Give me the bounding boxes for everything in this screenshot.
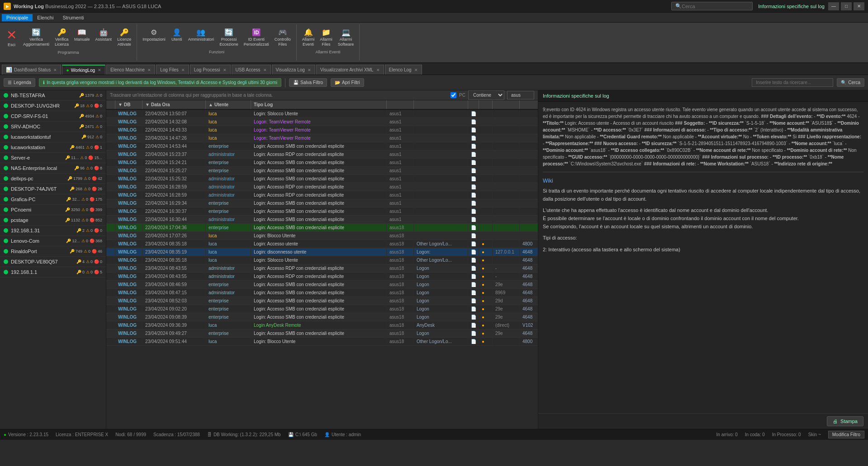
minimize-button[interactable]: — — [828, 2, 839, 10]
table-row[interactable]: WINLOG 22/04/2024 14:47:26 luca Logon: T… — [106, 134, 538, 142]
sidebar-item-6[interactable]: Server-e 🔑11... ⚠0 🔴15... — [0, 153, 106, 163]
table-row[interactable]: WINLOG 23/04/2024 09:49:27 enterprise Lo… — [106, 329, 538, 338]
tab-log-files-close[interactable]: ✕ — [181, 68, 185, 72]
ribbon-btn-admins[interactable]: 👥 Amministratori — [186, 26, 216, 43]
print-button[interactable]: 🖨 Stampa — [827, 416, 863, 426]
info-button[interactable]: ℹ In questa griglia vengono mostrati i l… — [39, 78, 281, 87]
sidebar-item-11[interactable]: PCnoemi 🔑3250 ⚠0 🔴399 — [0, 205, 106, 215]
table-row[interactable]: WINLOG 22/04/2024 17:04:36 enterprise Lo… — [106, 224, 538, 232]
table-row[interactable]: WINLOG 23/04/2024 08:35:19 luca Login: d… — [106, 248, 538, 256]
table-row[interactable]: WINLOG 23/04/2024 09:51:44 luca Login: B… — [106, 338, 538, 346]
sidebar-item-15[interactable]: RinaldoPort 🔑749 ⚠0 🔴46 — [0, 246, 106, 257]
ribbon-btn-event-ids[interactable]: 🆔 ID EventiPersonalizzati — [242, 26, 271, 48]
sidebar-item-8[interactable]: dellxps-pc 🔑1799 ⚠0 🔴42 — [0, 174, 106, 184]
tab-log-files[interactable]: Log Files ✕ — [156, 65, 189, 75]
maximize-button[interactable]: □ — [841, 2, 852, 10]
tab-log-processi[interactable]: Log Processi ✕ — [190, 65, 231, 75]
filter-search-button[interactable]: 🔍 Cerca — [837, 78, 864, 87]
tab-workinglog-close[interactable]: ✕ — [98, 68, 101, 72]
tab-usb-access-close[interactable]: ✕ — [263, 68, 267, 72]
table-row[interactable]: WINLOG 22/04/2024 16:29:34 enterprise Lo… — [106, 199, 538, 207]
tab-elenco-macchine[interactable]: Elenco Macchine ✕ — [106, 65, 155, 75]
table-row[interactable]: WINLOG 22/04/2024 15:23:37 administrator… — [106, 151, 538, 159]
filter-checkbox[interactable] — [451, 92, 456, 98]
table-row[interactable]: WINLOG 22/04/2024 15:24:21 enterprise Lo… — [106, 159, 538, 167]
sidebar-item-5[interactable]: lucaworkstation 🔑4461 ⚠0 🔴1 — [0, 142, 106, 153]
table-row[interactable]: WINLOG 23/04/2024 08:35:18 luca Login: S… — [106, 256, 538, 264]
table-row[interactable]: WINLOG 22/04/2024 14:32:08 luca Logon: T… — [106, 118, 538, 126]
table-row[interactable]: WINLOG 22/04/2024 14:43:33 luca Logon: T… — [106, 126, 538, 134]
ribbon-btn-control-files[interactable]: 🎮 ControlloFiles — [273, 26, 293, 48]
table-row[interactable]: WINLOG 23/04/2024 09:36:39 luca Login An… — [106, 321, 538, 329]
table-row[interactable]: WINLOG 23/04/2024 08:52:03 enterprise Lo… — [106, 297, 538, 305]
menu-strumenti[interactable]: Strumenti — [58, 14, 88, 21]
sidebar-item-17[interactable]: 192.168.1.1 🔑0 ⚠0 🔴5 — [0, 267, 106, 278]
sidebar-item-4[interactable]: lucaworkstationtuf 🔑912 ⚠0 — [0, 132, 106, 142]
table-row[interactable]: WINLOG 22/04/2024 16:28:59 administrator… — [106, 183, 538, 191]
ribbon-btn-settings[interactable]: ⚙ Impostazioni — [141, 26, 167, 43]
tab-visualizzatore-archivi-close[interactable]: ✕ — [376, 68, 380, 72]
sidebar-item-10[interactable]: Grafica-PC 🔑32... ⚠0 🔴175 — [0, 194, 106, 205]
tab-elenco-log-close[interactable]: ✕ — [414, 68, 418, 72]
menu-elenchi[interactable]: Elenchi — [33, 14, 58, 21]
table-row[interactable]: WINLOG 23/04/2024 08:46:59 enterprise Lo… — [106, 281, 538, 289]
header-icon[interactable] — [468, 100, 479, 109]
sidebar-item-0[interactable]: NB-TESTAFRA 🔑1379 ⚠0 — [0, 90, 106, 101]
tab-visualizzatore-archivi[interactable]: Visualizzatore Archivi XML ✕ — [316, 65, 384, 75]
right-panel-content[interactable]: 9;evento con ID 4624 in Windows registra… — [538, 102, 868, 413]
table-row[interactable]: WINLOG 23/04/2024 08:43:55 administrator… — [106, 273, 538, 281]
table-row[interactable]: WINLOG 23/04/2024 09:08:39 enterprise Lo… — [106, 313, 538, 321]
open-filter-button[interactable]: 📂 Apri Filtri — [331, 78, 364, 87]
ribbon-btn-alarms-events[interactable]: 🔔 AllarmiEventi — [300, 26, 317, 48]
tab-visualizza-log-close[interactable]: ✕ — [308, 68, 311, 72]
data-grid[interactable]: ▼ DB ▼ Data Ora ▲ Utente Tipo Log — [106, 100, 538, 429]
header-user[interactable]: ▲ Utente — [206, 100, 251, 109]
header-sub[interactable] — [493, 100, 520, 109]
ribbon-btn-processes[interactable]: 🔄 ProcessiEccezione — [218, 26, 240, 48]
sidebar-item-7[interactable]: NAS-Enterprise.local 🔑96 ⚠0 🔴8 — [0, 163, 106, 174]
sidebar-item-14[interactable]: Lenovo-Com 🔑12... ⚠0 🔴368 — [0, 236, 106, 246]
header-db[interactable]: ▼ DB — [115, 100, 142, 109]
header-expand[interactable] — [106, 100, 115, 109]
ribbon-btn-update[interactable]: 🔄 VerificaAggiornamenti — [21, 26, 51, 48]
tab-dashboard-close[interactable]: ✕ — [53, 68, 57, 72]
ribbon-btn-assistant[interactable]: 🤖 Assistant — [94, 26, 114, 43]
tab-log-processi-close[interactable]: ✕ — [223, 68, 227, 72]
table-row[interactable]: WINLOG 23/04/2024 08:47:15 administrator… — [106, 289, 538, 297]
filter-value-input[interactable] — [507, 91, 534, 99]
window-controls[interactable]: — □ ✕ — [828, 2, 864, 10]
sidebar-item-13[interactable]: 192.168.1.31 🔑2 ⚠0 🔴0 — [0, 226, 106, 236]
header-cat[interactable] — [414, 100, 468, 109]
header-date[interactable]: ▼ Data Ora — [142, 100, 206, 109]
sidebar-item-16[interactable]: DESKTOP-VE80Q57 🔑4 ⚠0 🔴0 — [0, 257, 106, 267]
table-row[interactable]: WINLOG 22/04/2024 17:07:26 luca Login: B… — [106, 232, 538, 240]
search-box[interactable]: 🔍 — [671, 2, 753, 10]
table-row[interactable]: WINLOG 22/04/2024 16:30:37 enterprise Lo… — [106, 207, 538, 216]
header-host[interactable] — [387, 100, 414, 109]
menu-principale[interactable]: Principale — [2, 14, 33, 21]
table-row[interactable]: WINLOG 23/04/2024 08:43:55 administrator… — [106, 264, 538, 273]
tab-dashboard[interactable]: 📊 DashBoard Status ✕ — [2, 65, 61, 75]
table-row[interactable]: WINLOG 22/04/2024 13:50:07 luca Login: S… — [106, 110, 538, 118]
header-tipo[interactable]: Tipo Log — [251, 100, 387, 109]
sidebar-item-2[interactable]: CDP-SRV-FS-01 🔑4934 ⚠0 — [0, 111, 106, 122]
table-row[interactable]: WINLOG 22/04/2024 16:30:44 administrator… — [106, 216, 538, 224]
close-button[interactable]: ✕ — [854, 2, 864, 10]
header-dot[interactable] — [479, 100, 493, 109]
search-input[interactable] — [682, 4, 745, 9]
tab-workinglog[interactable]: ● WorkingLog ✕ — [62, 65, 105, 75]
tab-usb-access[interactable]: USB Access ✕ — [232, 65, 271, 75]
ribbon-btn-licenses[interactable]: 🔑 LicenzeAttivate — [115, 26, 133, 48]
table-row[interactable]: WINLOG 22/04/2024 16:28:59 administrator… — [106, 191, 538, 199]
ribbon-btn-alarms-software[interactable]: 💻 AllarmiSoftware — [336, 26, 356, 48]
tab-elenco-log[interactable]: Elenco Log ✕ — [385, 65, 422, 75]
ribbon-btn-license-check[interactable]: 🔑 VerificaLicenza — [53, 26, 71, 48]
ribbon-btn-alarms-files[interactable]: 📁 AllarmiFiles — [318, 26, 334, 48]
header-eid[interactable] — [520, 100, 538, 109]
ribbon-btn-users[interactable]: 👤 Utenti — [169, 26, 185, 43]
ribbon-btn-manual[interactable]: 📖 Manuale — [72, 26, 92, 43]
sidebar-item-12[interactable]: pcstage 🔑1132 ⚠0 🔴852 — [0, 215, 106, 226]
save-filter-button[interactable]: 💾 Salva Filtro — [289, 78, 327, 87]
sidebar-item-3[interactable]: SRV-ADHOC 🔑2471 ⚠0 — [0, 122, 106, 132]
table-row[interactable]: WINLOG 22/04/2024 14:53:44 enterprise Lo… — [106, 142, 538, 151]
